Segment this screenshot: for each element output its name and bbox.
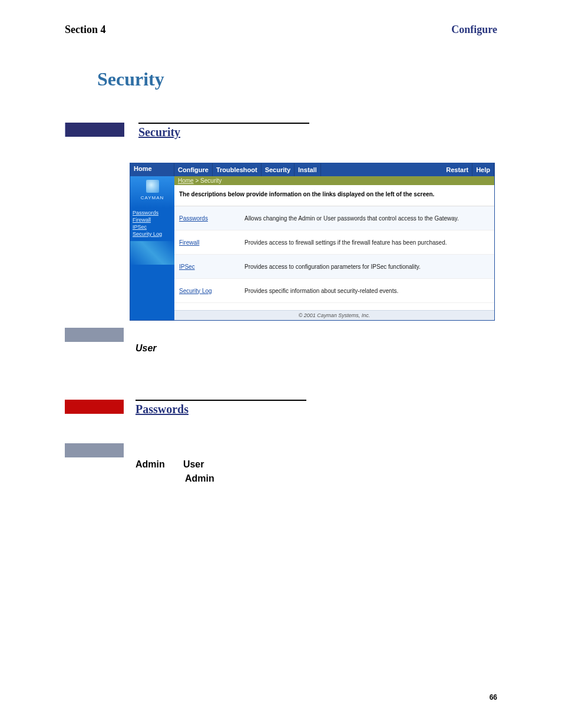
cayman-logo: CAYMAN xyxy=(130,176,174,208)
row-text: Provides access to configuration paramet… xyxy=(240,263,494,270)
tab-marker-gray xyxy=(65,328,124,342)
table-row: IPSec Provides access to configuration p… xyxy=(174,255,494,279)
side-link-ipsec[interactable]: IPSec xyxy=(133,223,172,230)
row-text: Provides specific information about secu… xyxy=(240,288,494,294)
divider xyxy=(135,400,306,401)
tab-troubleshoot[interactable]: Troubleshoot xyxy=(213,163,262,176)
row-text: Provides access to firewall settings if … xyxy=(240,239,494,246)
side-link-security-log[interactable]: Security Log xyxy=(133,230,172,238)
tab-restart[interactable]: Restart xyxy=(442,163,472,176)
sidebar-image xyxy=(130,241,174,265)
row-link-ipsec[interactable]: IPSec xyxy=(174,263,240,270)
admin-label: Admin xyxy=(135,459,165,469)
cayman-security-screenshot: Home Configure Troubleshoot Security Ins… xyxy=(130,163,495,321)
tab-security[interactable]: Security xyxy=(262,163,295,176)
app-sidebar: CAYMAN Passwords Firewall IPSec Security… xyxy=(130,176,174,320)
breadcrumb-current: Security xyxy=(200,177,222,184)
tab-help[interactable]: Help xyxy=(472,163,494,176)
table-row: Firewall Provides access to firewall set… xyxy=(174,230,494,255)
tab-marker-navy xyxy=(65,123,127,137)
side-link-passwords[interactable]: Passwords xyxy=(133,209,172,216)
admin-label: Admin xyxy=(185,473,214,483)
app-topbar: Home Configure Troubleshoot Security Ins… xyxy=(130,163,494,176)
description-text: The descriptions below provide informati… xyxy=(174,185,494,206)
configure-label: Configure xyxy=(451,24,497,36)
table-row: Security Log Provides specific informati… xyxy=(174,279,494,303)
page-header: Section 4 Configure xyxy=(65,24,497,36)
breadcrumb-sep: > xyxy=(194,177,200,184)
app-footer: © 2001 Cayman Systems, Inc. xyxy=(174,310,494,320)
divider xyxy=(138,123,309,124)
tab-marker-red xyxy=(65,400,124,414)
tab-configure[interactable]: Configure xyxy=(174,163,213,176)
row-link-firewall[interactable]: Firewall xyxy=(174,239,240,246)
logo-text: CAYMAN xyxy=(141,195,164,200)
page-title: Security xyxy=(97,68,497,90)
tab-marker-gray xyxy=(65,443,124,457)
breadcrumb-home[interactable]: Home xyxy=(178,177,194,184)
section-label: Section 4 xyxy=(65,24,106,36)
user-label: User xyxy=(135,343,157,353)
row-link-security-log[interactable]: Security Log xyxy=(174,288,240,294)
passwords-heading-link[interactable]: Passwords xyxy=(135,403,189,416)
row-link-passwords[interactable]: Passwords xyxy=(174,215,240,222)
logo-icon xyxy=(146,180,159,193)
breadcrumb: Home > Security xyxy=(174,176,494,185)
tab-install[interactable]: Install xyxy=(295,163,321,176)
user-label: User xyxy=(183,459,204,469)
side-link-firewall[interactable]: Firewall xyxy=(133,216,172,223)
row-text: Allows changing the Admin or User passwo… xyxy=(240,215,494,222)
passwords-body-text: Admin User Admin xyxy=(135,457,497,486)
table-row: Passwords Allows changing the Admin or U… xyxy=(174,206,494,230)
app-home-tab[interactable]: Home xyxy=(130,163,174,176)
page-number: 66 xyxy=(490,693,497,701)
security-heading-link[interactable]: Security xyxy=(138,126,180,139)
